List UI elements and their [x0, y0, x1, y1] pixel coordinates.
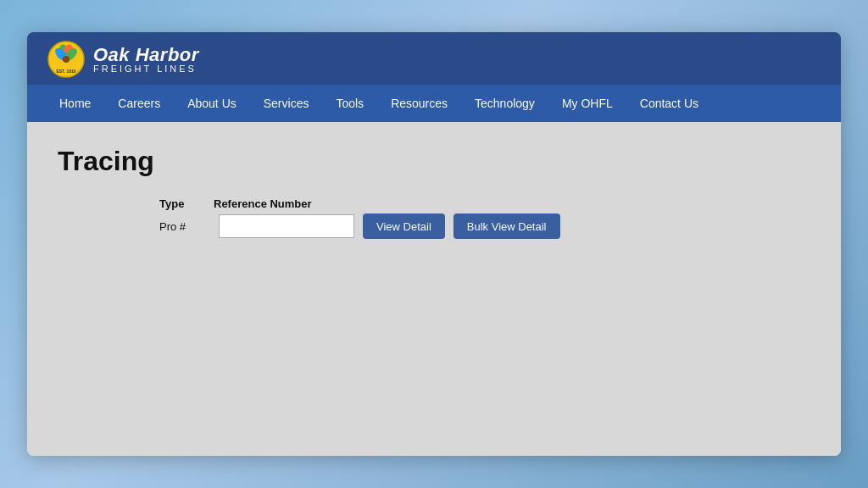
logo-sub: Freight Lines	[93, 64, 199, 74]
form-row: Pro # View Detail Bulk View Detail	[159, 214, 560, 239]
nav-item-contact-us[interactable]: Contact Us	[628, 90, 710, 117]
bulk-view-detail-button[interactable]: Bulk View Detail	[453, 214, 560, 239]
nav-item-home[interactable]: Home	[47, 90, 103, 117]
tracing-form: Type Reference Number Pro # View Detail …	[159, 197, 810, 239]
content-area: Tracing Type Reference Number Pro # View…	[27, 122, 841, 456]
svg-point-5	[63, 56, 70, 63]
nav-item-about-us[interactable]: About Us	[175, 90, 248, 117]
logo-text: Oak Harbor Freight Lines	[93, 46, 199, 74]
logo-bar: EST. 1916 Oak Harbor Freight Lines	[27, 32, 841, 85]
pro-label: Pro #	[159, 220, 210, 233]
ref-column-header: Reference Number	[214, 197, 312, 210]
logo-name: Oak Harbor	[93, 46, 199, 64]
page-title: Tracing	[58, 146, 810, 177]
form-headers: Type Reference Number	[159, 197, 312, 210]
browser-window: EST. 1916 Oak Harbor Freight Lines Home …	[27, 32, 841, 456]
oak-harbor-logo-icon: EST. 1916	[47, 41, 85, 78]
type-column-header: Type	[159, 197, 210, 210]
nav-item-technology[interactable]: Technology	[463, 90, 547, 117]
svg-text:EST. 1916: EST. 1916	[56, 69, 75, 74]
nav-bar: Home Careers About Us Services Tools Res…	[27, 85, 841, 122]
nav-item-careers[interactable]: Careers	[106, 90, 172, 117]
nav-item-my-ohfl[interactable]: My OHFL	[550, 90, 625, 117]
nav-item-resources[interactable]: Resources	[379, 90, 459, 117]
nav-item-services[interactable]: Services	[252, 90, 321, 117]
site-header: EST. 1916 Oak Harbor Freight Lines Home …	[27, 32, 841, 122]
view-detail-button[interactable]: View Detail	[363, 214, 445, 239]
nav-item-tools[interactable]: Tools	[324, 90, 376, 117]
reference-number-input[interactable]	[219, 214, 354, 238]
